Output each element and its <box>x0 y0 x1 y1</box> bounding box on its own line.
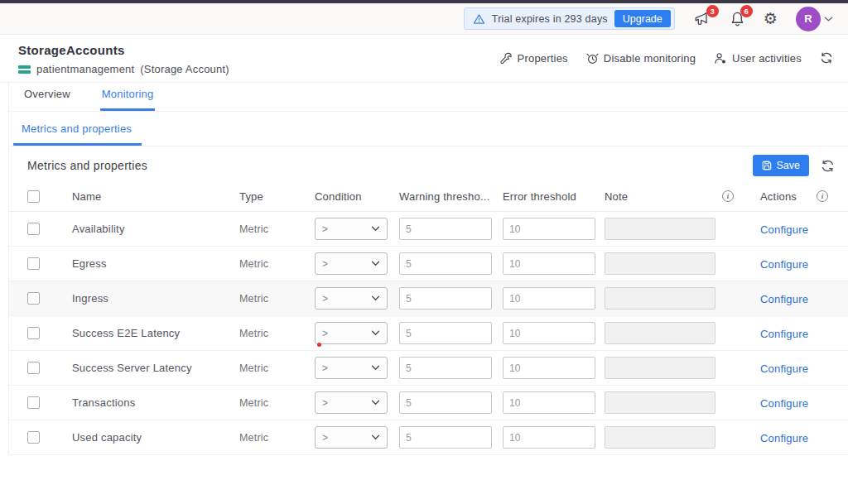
resource-name: patientmanagement <box>36 63 134 75</box>
table-row: Success Server Latency Metric > Configur… <box>9 351 848 386</box>
tab-monitoring[interactable]: Monitoring <box>100 88 156 111</box>
note-input[interactable] <box>605 287 716 310</box>
error-threshold-input[interactable] <box>503 426 595 449</box>
row-checkbox[interactable] <box>27 396 40 409</box>
configure-link[interactable]: Configure <box>739 432 808 444</box>
metric-type: Metric <box>239 397 315 409</box>
warning-threshold-input[interactable] <box>399 322 492 344</box>
metric-name: Used capacity <box>72 431 239 444</box>
actions-info-icon[interactable]: i <box>817 190 828 202</box>
row-checkbox[interactable] <box>27 327 40 339</box>
condition-value: > <box>322 258 328 270</box>
warning-triangle-icon <box>473 13 485 25</box>
row-checkbox[interactable] <box>27 362 40 374</box>
condition-select[interactable]: > <box>315 426 388 449</box>
upgrade-button[interactable]: Upgrade <box>614 10 671 27</box>
note-input[interactable] <box>605 357 716 379</box>
column-header-actions: Actions <box>760 190 797 203</box>
condition-value: > <box>322 223 328 235</box>
trial-expiry-text: Trial expires in 293 days <box>492 13 608 25</box>
notifications-button[interactable]: 6 <box>730 11 745 27</box>
disable-monitoring-button[interactable]: Disable monitoring <box>586 52 696 65</box>
tab-bar: Overview Monitoring <box>9 83 848 112</box>
metric-name: Success E2E Latency <box>72 327 239 339</box>
select-all-checkbox[interactable] <box>27 190 40 203</box>
configure-link[interactable]: Configure <box>739 293 808 305</box>
metric-type: Metric <box>239 223 315 235</box>
row-checkbox[interactable] <box>27 292 40 305</box>
condition-value: > <box>322 432 328 444</box>
configure-link[interactable]: Configure <box>739 362 808 375</box>
table-refresh-button[interactable] <box>821 159 835 173</box>
storage-account-icon <box>18 65 31 74</box>
disable-monitoring-label: Disable monitoring <box>604 52 696 65</box>
configure-link[interactable]: Configure <box>739 223 808 236</box>
announcements-badge: 3 <box>706 5 719 17</box>
note-input[interactable] <box>605 391 716 414</box>
user-activities-label: User activities <box>732 52 802 65</box>
note-info-icon[interactable]: i <box>722 190 734 202</box>
avatar[interactable]: R <box>796 7 821 31</box>
warning-threshold-input[interactable] <box>399 252 492 275</box>
condition-select[interactable]: > <box>315 391 388 414</box>
error-threshold-input[interactable] <box>503 391 595 414</box>
warning-threshold-input[interactable] <box>399 287 492 310</box>
settings-button[interactable]: ⚙ <box>764 11 778 26</box>
chevron-down-icon <box>371 261 380 266</box>
condition-select[interactable]: > <box>315 357 388 379</box>
subtab-bar: Metrics and properties <box>9 112 848 146</box>
configure-link[interactable]: Configure <box>739 258 808 271</box>
row-checkbox[interactable] <box>27 257 40 270</box>
row-checkbox[interactable] <box>27 431 40 444</box>
row-checkbox[interactable] <box>27 223 40 235</box>
condition-select[interactable]: > <box>315 287 388 310</box>
user-menu[interactable]: R <box>796 7 833 31</box>
warning-threshold-input[interactable] <box>399 218 492 240</box>
table-row: Success E2E Latency Metric > Configure <box>9 316 848 351</box>
condition-value: > <box>322 362 328 374</box>
announcements-button[interactable]: 3 <box>693 11 711 27</box>
tab-overview[interactable]: Overview <box>22 88 72 111</box>
note-input[interactable] <box>605 252 716 275</box>
save-button[interactable]: Save <box>753 155 810 176</box>
chevron-down-icon <box>824 16 833 22</box>
properties-button[interactable]: Properties <box>500 52 568 65</box>
note-input[interactable] <box>605 322 716 344</box>
floppy-disk-icon <box>762 161 772 170</box>
note-input[interactable] <box>605 426 716 449</box>
note-input[interactable] <box>605 218 716 240</box>
section-title: Metrics and properties <box>27 159 147 172</box>
metric-type: Metric <box>239 258 315 270</box>
error-threshold-input[interactable] <box>503 287 595 310</box>
metrics-table: Name Type Condition Warning thresho... E… <box>9 181 848 455</box>
warning-threshold-input[interactable] <box>399 391 492 414</box>
metric-type: Metric <box>239 362 315 374</box>
user-activities-button[interactable]: User activities <box>714 52 802 65</box>
condition-value: > <box>322 397 328 409</box>
error-threshold-input[interactable] <box>503 322 595 344</box>
warning-threshold-input[interactable] <box>399 357 492 379</box>
trial-banner: Trial expires in 293 days Upgrade <box>464 7 675 30</box>
resource-header: StorageAccounts patientmanagement (Stora… <box>0 35 848 83</box>
table-row: Availability Metric > Configure <box>9 212 848 247</box>
error-threshold-input[interactable] <box>503 252 595 275</box>
metric-type: Metric <box>239 432 315 444</box>
subtab-metrics-and-properties[interactable]: Metrics and properties <box>13 122 142 146</box>
column-header-condition: Condition <box>315 190 399 203</box>
column-header-note: Note <box>605 190 628 203</box>
configure-link[interactable]: Configure <box>739 397 808 410</box>
configure-link[interactable]: Configure <box>739 328 808 340</box>
header-refresh-button[interactable] <box>820 51 833 65</box>
column-header-type: Type <box>239 190 315 203</box>
condition-value: > <box>322 293 328 305</box>
condition-value: > <box>322 328 328 339</box>
warning-threshold-input[interactable] <box>399 426 492 449</box>
save-label: Save <box>777 160 801 171</box>
condition-select[interactable]: > <box>315 252 388 275</box>
condition-select[interactable]: > <box>315 218 388 240</box>
chevron-down-icon <box>371 434 380 440</box>
chevron-down-icon <box>371 400 380 406</box>
error-threshold-input[interactable] <box>503 218 595 240</box>
condition-select[interactable]: > <box>315 322 388 344</box>
error-threshold-input[interactable] <box>503 357 595 379</box>
